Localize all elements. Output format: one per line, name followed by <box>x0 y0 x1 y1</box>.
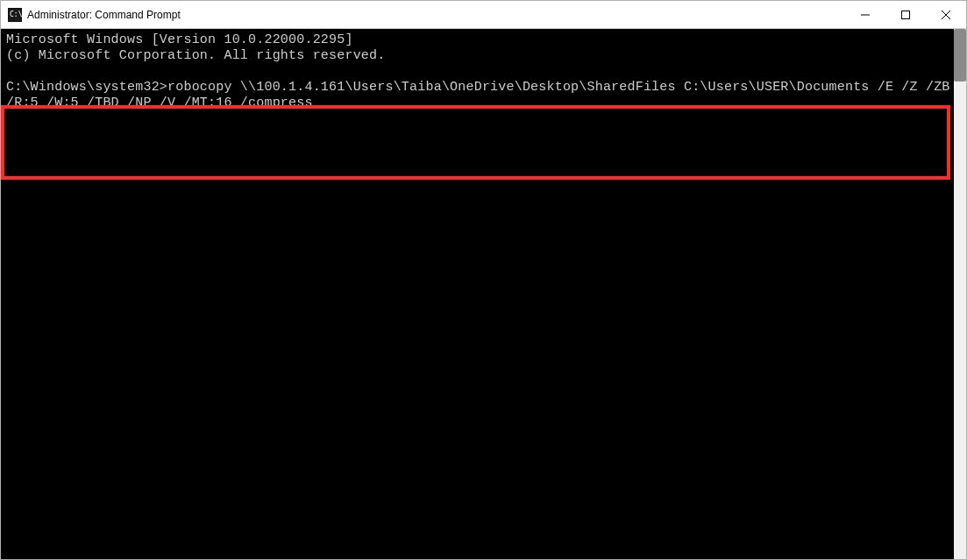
svg-text:C:\: C:\ <box>10 11 22 18</box>
terminal-client-area: Microsoft Windows [Version 10.0.22000.22… <box>1 29 966 559</box>
terminal-line-copyright: (c) Microsoft Corporation. All rights re… <box>6 48 385 63</box>
svg-rect-3 <box>861 14 870 15</box>
cmd-window: C:\ Administrator: Command Prompt Micros… <box>0 0 967 560</box>
window-title: Administrator: Command Prompt <box>27 9 181 21</box>
cmd-icon: C:\ <box>8 8 22 22</box>
maximize-button[interactable] <box>885 1 926 29</box>
close-button[interactable] <box>926 1 966 29</box>
terminal-line-version: Microsoft Windows [Version 10.0.22000.22… <box>6 32 353 47</box>
vertical-scrollbar-track[interactable] <box>954 29 966 559</box>
terminal-output[interactable]: Microsoft Windows [Version 10.0.22000.22… <box>1 29 954 559</box>
svg-rect-4 <box>902 11 910 18</box>
minimize-button[interactable] <box>845 1 885 29</box>
vertical-scrollbar-thumb[interactable] <box>954 29 966 82</box>
terminal-prompt: C:\Windows\system32> <box>6 80 167 95</box>
titlebar[interactable]: C:\ Administrator: Command Prompt <box>1 1 966 29</box>
